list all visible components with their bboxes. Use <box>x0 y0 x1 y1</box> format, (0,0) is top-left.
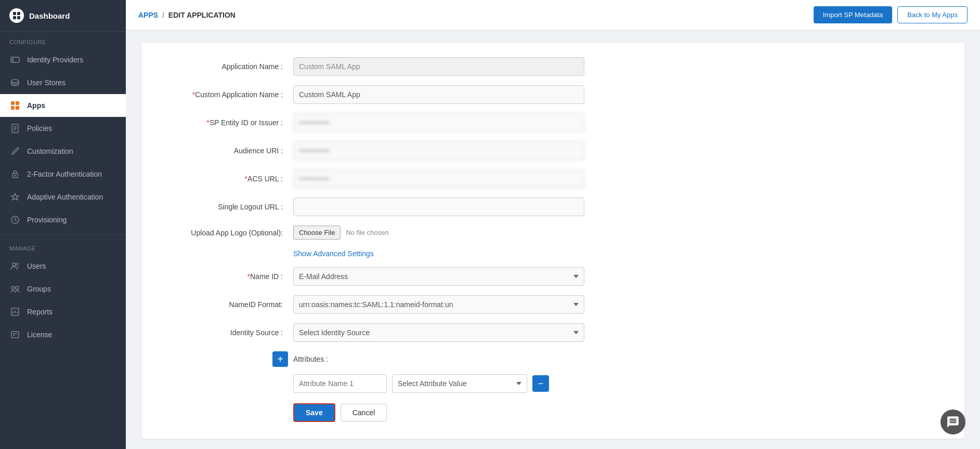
attribute-value-select[interactable]: Select Attribute Value Email Username Fi… <box>392 374 527 393</box>
license-icon <box>9 329 21 340</box>
sidebar-item-label: Provisioning <box>27 216 67 224</box>
custom-app-name-label: *Custom Application Name : <box>158 90 293 99</box>
sidebar-item-label: Policies <box>27 124 52 133</box>
dashboard-title: Dashboard <box>29 11 70 20</box>
svg-rect-3 <box>17 16 20 19</box>
svg-rect-9 <box>16 101 19 105</box>
content-area: Application Name : *Custom Application N… <box>126 30 980 449</box>
svg-point-17 <box>15 175 16 177</box>
app-name-label: Application Name : <box>158 62 293 71</box>
identity-icon <box>9 54 21 65</box>
acs-url-row: *ACS URL : <box>158 169 948 188</box>
sidebar-item-adaptive-auth[interactable]: Adaptive Authentication <box>0 186 126 208</box>
single-logout-row: Single Logout URL : <box>158 197 948 216</box>
single-logout-input[interactable] <box>293 197 584 216</box>
2fa-icon <box>9 168 21 180</box>
cancel-button[interactable]: Cancel <box>341 404 387 421</box>
provisioning-icon <box>9 214 21 226</box>
configure-section-label: Configure <box>0 32 126 48</box>
custom-app-name-input[interactable] <box>293 85 584 104</box>
app-name-input <box>293 57 584 76</box>
back-to-my-apps-button[interactable]: Back to My Apps <box>897 6 968 23</box>
sidebar-item-provisioning[interactable]: Provisioning <box>0 208 126 231</box>
import-sp-metadata-button[interactable]: Import SP Metadata <box>814 6 892 23</box>
sidebar: Dashboard Configure Identity Providers U… <box>0 0 126 449</box>
sidebar-item-label: Users <box>27 262 46 270</box>
breadcrumb-apps-link[interactable]: APPS <box>138 11 158 19</box>
sidebar-item-label: Customization <box>27 147 73 155</box>
acs-url-label: *ACS URL : <box>158 175 293 183</box>
name-id-select[interactable]: E-Mail Address Username User ID <box>293 267 584 286</box>
form-actions: Save Cancel <box>293 403 948 422</box>
sidebar-item-label: User Stores <box>27 78 66 87</box>
save-button[interactable]: Save <box>293 403 335 422</box>
user-stores-icon <box>9 77 21 88</box>
breadcrumb-separator: / <box>162 11 164 19</box>
nameid-format-select[interactable]: urn:oasis:names:tc:SAML:1.1:nameid-forma… <box>293 295 584 314</box>
audience-uri-row: Audience URI : <box>158 141 948 160</box>
sidebar-item-reports[interactable]: Reports <box>0 300 126 323</box>
svg-point-7 <box>11 80 19 83</box>
sidebar-item-policies[interactable]: Policies <box>0 117 126 140</box>
svg-rect-0 <box>13 12 16 15</box>
sidebar-item-user-stores[interactable]: User Stores <box>0 71 126 94</box>
name-id-label: *Name ID : <box>158 272 293 281</box>
sidebar-item-customization[interactable]: Customization <box>0 140 126 163</box>
reports-icon <box>9 306 21 318</box>
policies-icon <box>9 123 21 134</box>
svg-rect-27 <box>11 332 19 338</box>
svg-rect-10 <box>11 106 15 110</box>
upload-logo-label: Upload App Logo (Optional): <box>158 229 293 237</box>
identity-source-row: Identity Source : Select Identity Source… <box>158 323 948 342</box>
topbar-actions: Import SP Metadata Back to My Apps <box>814 6 968 23</box>
svg-rect-11 <box>16 106 19 110</box>
choose-file-button[interactable]: Choose File <box>293 226 341 240</box>
dashboard-logo-icon <box>9 8 24 23</box>
attributes-label: Attributes : <box>293 355 328 363</box>
nameid-format-label: NameID Format: <box>158 300 293 309</box>
file-name-display: No file chosen <box>346 229 388 236</box>
svg-point-20 <box>16 263 18 265</box>
breadcrumb-current: EDIT APPLICATION <box>168 11 236 19</box>
svg-rect-2 <box>13 16 16 19</box>
add-attribute-button[interactable]: + <box>272 351 288 367</box>
show-advanced-settings-link[interactable]: Show Advanced Settings <box>293 249 374 258</box>
attribute-input-row: Select Attribute Value Email Username Fi… <box>293 374 948 393</box>
breadcrumb: APPS / EDIT APPLICATION <box>138 11 236 19</box>
users-icon <box>9 260 21 272</box>
custom-app-name-row: *Custom Application Name : <box>158 85 948 104</box>
attribute-name-input[interactable] <box>293 374 387 393</box>
sidebar-item-label: Adaptive Authentication <box>27 193 103 201</box>
topbar: APPS / EDIT APPLICATION Import SP Metada… <box>126 0 980 30</box>
acs-url-input[interactable] <box>293 169 584 188</box>
svg-point-19 <box>12 263 16 266</box>
svg-point-6 <box>11 59 12 60</box>
manage-section-label: Manage <box>0 238 126 255</box>
sidebar-item-label: Reports <box>27 308 53 316</box>
sidebar-item-2fa[interactable]: 2-Factor Authentication <box>0 163 126 186</box>
audience-uri-input[interactable] <box>293 141 584 160</box>
sidebar-item-label: 2-Factor Authentication <box>27 170 102 178</box>
apps-icon <box>9 100 21 111</box>
audience-uri-label: Audience URI : <box>158 147 293 155</box>
form-card: Application Name : *Custom Application N… <box>141 43 964 439</box>
sp-entity-input[interactable] <box>293 113 584 132</box>
identity-source-label: Identity Source : <box>158 328 293 337</box>
remove-attribute-button[interactable]: − <box>532 375 549 392</box>
attributes-header-row: + Attributes : <box>158 351 948 367</box>
nameid-format-row: NameID Format: urn:oasis:names:tc:SAML:1… <box>158 295 948 314</box>
sidebar-item-license[interactable]: License <box>0 323 126 346</box>
main-content: APPS / EDIT APPLICATION Import SP Metada… <box>126 0 980 449</box>
upload-logo-row: Upload App Logo (Optional): Choose File … <box>158 226 948 240</box>
identity-source-select[interactable]: Select Identity Source miniOrange LDAP <box>293 323 584 342</box>
app-name-row: Application Name : <box>158 57 948 76</box>
svg-point-22 <box>16 286 19 289</box>
file-input-row: Choose File No file chosen <box>293 226 389 240</box>
sidebar-item-identity-providers[interactable]: Identity Providers <box>0 48 126 71</box>
sidebar-item-users[interactable]: Users <box>0 255 126 278</box>
sidebar-item-apps[interactable]: Apps <box>0 94 126 117</box>
chat-fab-button[interactable] <box>940 410 965 434</box>
sidebar-item-label: License <box>27 331 52 339</box>
sp-entity-row: *SP Entity ID or Issuer : <box>158 113 948 132</box>
sidebar-item-groups[interactable]: Groups <box>0 278 126 300</box>
